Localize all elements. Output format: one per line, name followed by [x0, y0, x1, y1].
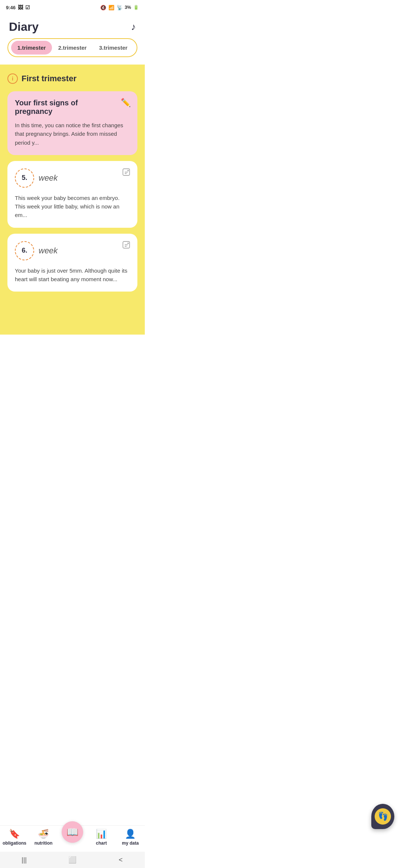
signal-icon: 📡 [117, 5, 123, 10]
edit-week6-icon[interactable] [122, 240, 131, 251]
week6-text: Your baby is just over 5mm. Although qui… [15, 266, 130, 284]
week6-header: 6. week [15, 241, 130, 260]
app-header: Diary ♪ [0, 13, 145, 38]
week6-number: 6. [15, 241, 34, 260]
first-trimester-header: i First trimester [7, 73, 137, 84]
yellow-section: i First trimester Your first signs of pr… [0, 65, 145, 335]
status-icons: 🔇 📶 📡 3% 🔋 [100, 5, 139, 10]
status-bar: 9:46 🖼 ☑ 🔇 📶 📡 3% 🔋 [0, 0, 145, 13]
tab-1trimester[interactable]: 1.trimester [11, 41, 52, 55]
week5-card: 5. week This week your baby becomes an e… [7, 161, 137, 228]
status-time: 9:46 🖼 ☑ [6, 4, 30, 10]
week6-card: 6. week Your baby is just over 5mm. Alth… [7, 234, 137, 292]
week5-number: 5. [15, 168, 34, 188]
pregnancy-signs-text: In this time, you can notice the first c… [15, 121, 130, 147]
music-icon[interactable]: ♪ [131, 21, 136, 33]
battery-label: 3% [125, 5, 131, 10]
edit-pregnancy-card-icon[interactable]: ✏️ [121, 98, 131, 108]
photo-icon: 🖼 [18, 4, 23, 10]
week5-label: week [39, 173, 58, 183]
info-icon: i [7, 73, 18, 84]
page-title: Diary [9, 20, 39, 34]
tab-2trimester[interactable]: 2.trimester [52, 41, 93, 55]
svg-point-3 [127, 243, 129, 244]
wifi-icon: 📶 [108, 5, 114, 10]
battery-icon: 🔋 [133, 5, 139, 10]
pregnancy-signs-title: Your first signs of pregnancy [15, 99, 130, 116]
first-trimester-title: First trimester [22, 74, 76, 83]
pregnancy-signs-card: Your first signs of pregnancy ✏️ In this… [7, 91, 137, 155]
week6-label: week [39, 246, 58, 256]
trimester-container: 1.trimester 2.trimester 3.trimester [0, 38, 145, 65]
time-label: 9:46 [6, 5, 16, 10]
edit-week5-icon[interactable] [122, 168, 131, 179]
svg-point-1 [127, 170, 129, 171]
week5-text: This week your baby becomes an embryo. T… [15, 194, 130, 220]
check-icon: ☑ [25, 4, 30, 10]
tab-3trimester[interactable]: 3.trimester [93, 41, 134, 55]
mute-icon: 🔇 [100, 5, 106, 10]
week5-header: 5. week [15, 168, 130, 188]
trimester-tabs: 1.trimester 2.trimester 3.trimester [7, 38, 137, 57]
